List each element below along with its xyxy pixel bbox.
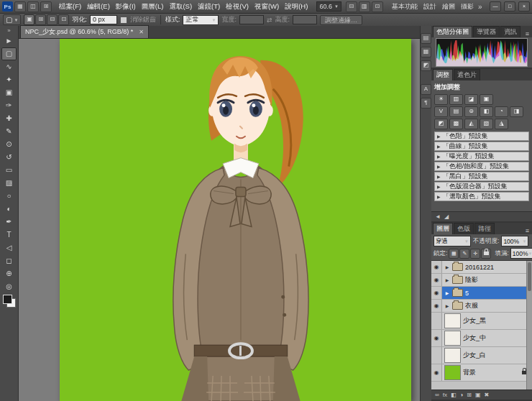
layer-row-少女_黑[interactable]: 少女_黑 bbox=[431, 313, 532, 330]
layer-thumbnail[interactable] bbox=[444, 348, 461, 363]
pen-tool[interactable]: ✒ bbox=[1, 216, 17, 229]
height-input[interactable] bbox=[293, 15, 317, 24]
fill-field[interactable]: 100% ▼ bbox=[510, 248, 532, 259]
eyedropper-tool[interactable]: ✑ bbox=[1, 99, 17, 112]
preset-row-5[interactable]: ▶「色版混合器」預設集 bbox=[434, 182, 529, 191]
new-layer-icon[interactable]: ▣ bbox=[475, 391, 481, 400]
opacity-field[interactable]: 100% ▼ bbox=[501, 236, 528, 246]
character-panel-icon[interactable]: A bbox=[421, 84, 431, 95]
clone-stamp-tool[interactable]: ⊙ bbox=[1, 138, 17, 151]
dodge-tool[interactable]: ◐ bbox=[1, 203, 17, 216]
grid-icon[interactable]: ⊞ bbox=[40, 1, 52, 12]
extras-icon[interactable]: ⊡ bbox=[372, 1, 383, 12]
zoom-level-field[interactable]: 60.6 ▼ bbox=[316, 1, 341, 11]
history-brush-tool[interactable]: ↺ bbox=[1, 151, 17, 164]
adjustment-icon-2-0[interactable]: ◩ bbox=[434, 119, 448, 129]
blur-tool[interactable]: ○ bbox=[1, 190, 17, 203]
layers-scrollbar[interactable] bbox=[526, 261, 532, 390]
menu-item-8[interactable]: 說明(H) bbox=[282, 2, 311, 11]
refine-edge-button[interactable]: 調整邊緣… bbox=[320, 15, 362, 25]
group-expand-icon[interactable]: ▶ bbox=[444, 264, 450, 269]
menu-item-2[interactable]: 影像(I) bbox=[113, 2, 139, 11]
link-layers-icon[interactable]: ∞ bbox=[435, 391, 439, 400]
layers-tab-1[interactable]: 色版 bbox=[454, 223, 474, 234]
menu-item-7[interactable]: 視窗(W) bbox=[252, 2, 282, 11]
layers-panel-menu-icon[interactable]: ≡ bbox=[526, 227, 531, 234]
visibility-eye-icon[interactable]: ◉ bbox=[431, 287, 442, 299]
layer-mask-icon[interactable]: ◧ bbox=[451, 391, 457, 400]
histogram-tab-2[interactable]: 資訊 bbox=[500, 26, 520, 37]
arrange-documents-icon[interactable]: ⊟ bbox=[346, 1, 357, 12]
adjustment-icon-1-1[interactable]: ▤ bbox=[449, 106, 463, 117]
layer-row-背景[interactable]: ◉背景 bbox=[431, 364, 532, 382]
group-expand-icon[interactable]: ▶ bbox=[444, 290, 450, 295]
preset-row-6[interactable]: ▶「選取顏色」預設集 bbox=[434, 192, 529, 201]
new-selection-mode[interactable]: ▣ bbox=[24, 14, 35, 25]
preset-row-0[interactable]: ▶「色階」預設集 bbox=[434, 132, 529, 141]
visibility-eye-icon[interactable]: ◉ bbox=[431, 300, 442, 312]
back-to-adjustment-list-icon[interactable]: ◄ bbox=[435, 213, 441, 221]
layer-row-少女_中[interactable]: ◉少女_中 bbox=[431, 330, 532, 347]
new-group-icon[interactable]: ⊞ bbox=[467, 391, 472, 400]
zoom-tool[interactable]: ◎ bbox=[1, 280, 17, 293]
lock-all-icon[interactable] bbox=[481, 249, 491, 259]
style-select[interactable]: 正常 ▼ bbox=[183, 15, 219, 25]
adjustment-icon-1-5[interactable]: ◨ bbox=[510, 106, 523, 117]
lock-image-pixels-icon[interactable]: ✎ bbox=[459, 249, 469, 259]
collapse-tools-icon[interactable]: » bbox=[7, 27, 10, 34]
workspace-1[interactable]: 設計 bbox=[423, 2, 436, 11]
adjustment-icon-1-4[interactable]: ◔ bbox=[495, 106, 508, 117]
add-selection-mode[interactable]: ⊞ bbox=[35, 14, 46, 25]
path-select-tool[interactable]: ◁ bbox=[1, 241, 17, 254]
group-expand-icon[interactable]: ▶ bbox=[444, 303, 450, 308]
adjustment-icon-1-2[interactable]: ⊜ bbox=[464, 106, 478, 117]
layer-row-5[interactable]: ◉▶5 bbox=[431, 287, 532, 300]
lock-transparent-pixels-icon[interactable]: ▦ bbox=[449, 249, 459, 259]
group-expand-icon[interactable]: ▶ bbox=[444, 277, 450, 282]
subtract-selection-mode[interactable]: ⊟ bbox=[47, 14, 58, 25]
quick-selection-tool[interactable]: ✦ bbox=[1, 73, 17, 86]
color-panel-icon[interactable]: ▦ bbox=[421, 47, 431, 57]
menu-item-6[interactable]: 檢視(V) bbox=[223, 2, 252, 11]
menu-item-3[interactable]: 圖層(L) bbox=[139, 2, 167, 11]
adjustment-icon-2-3[interactable]: ▧ bbox=[480, 119, 493, 129]
blend-mode-select[interactable]: 穿過 ▼ bbox=[434, 236, 471, 246]
photoshop-logo-icon[interactable]: Ps bbox=[2, 1, 13, 11]
visibility-toggle[interactable] bbox=[431, 347, 442, 364]
layer-thumbnail[interactable] bbox=[444, 365, 461, 380]
visibility-eye-icon[interactable]: ◉ bbox=[431, 330, 442, 346]
workspace-overflow-button[interactable]: » bbox=[478, 3, 482, 11]
document-tab[interactable]: NPC_少女.psd @ 60.6% (5, RGB/8) * ✕ bbox=[20, 25, 149, 38]
workspace-2[interactable]: 繪圖 bbox=[442, 2, 455, 11]
workspace-0[interactable]: 基本功能 bbox=[392, 2, 418, 11]
visibility-toggle[interactable] bbox=[431, 313, 442, 329]
preset-row-1[interactable]: ▶「曲線」預設集 bbox=[434, 142, 529, 151]
healing-brush-tool[interactable]: ✚ bbox=[1, 112, 17, 125]
crop-tool[interactable]: ▣ bbox=[1, 86, 17, 99]
adjustment-icon-1-0[interactable]: V bbox=[434, 106, 448, 117]
swap-dimensions-icon[interactable]: ⇄ bbox=[267, 17, 272, 24]
layer-thumbnail[interactable] bbox=[444, 331, 461, 346]
feather-input[interactable]: 0 px bbox=[90, 15, 117, 24]
adjustment-icon-2-4[interactable]: ◮ bbox=[495, 119, 508, 129]
paragraph-panel-icon[interactable]: ¶ bbox=[421, 98, 431, 109]
width-input[interactable] bbox=[239, 15, 264, 24]
canvas-area[interactable] bbox=[19, 39, 420, 401]
histogram-panel-menu-icon[interactable]: ≡ bbox=[526, 30, 531, 37]
type-tool[interactable]: T bbox=[1, 229, 17, 241]
restore-button[interactable]: □ bbox=[504, 1, 515, 11]
adjustment-icon-0-1[interactable]: ▥ bbox=[449, 94, 463, 105]
eraser-tool[interactable]: ▭ bbox=[1, 164, 17, 177]
antialias-checkbox[interactable] bbox=[120, 17, 127, 24]
adjustments-tab-0[interactable]: 調整 bbox=[433, 69, 453, 80]
move-tool[interactable]: ► bbox=[1, 34, 17, 47]
marquee-tool[interactable]: ▢ bbox=[1, 47, 17, 60]
layers-tab-0[interactable]: 圖層 bbox=[433, 223, 453, 234]
tool-preset-button[interactable]: ▢ ▼ bbox=[3, 14, 21, 25]
minimize-button[interactable]: — bbox=[490, 1, 501, 11]
adjustment-icon-0-2[interactable]: ◪ bbox=[464, 94, 478, 105]
close-button[interactable]: × bbox=[518, 1, 530, 11]
adjustment-icon-0-3[interactable]: ▣ bbox=[480, 94, 493, 105]
hand-tool[interactable]: ⊕ bbox=[1, 267, 17, 280]
expanded-view-icon[interactable]: ◢ bbox=[444, 213, 449, 221]
